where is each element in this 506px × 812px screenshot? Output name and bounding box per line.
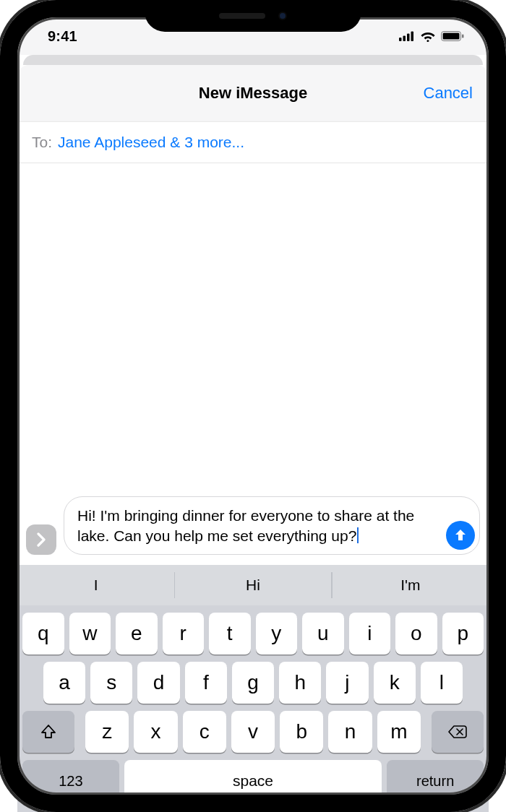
key-r[interactable]: r bbox=[163, 613, 205, 655]
predictive-bar: I Hi I'm bbox=[17, 565, 489, 605]
key-d[interactable]: d bbox=[137, 662, 179, 704]
svg-rect-0 bbox=[399, 38, 402, 41]
key-i[interactable]: i bbox=[349, 613, 391, 655]
key-q[interactable]: q bbox=[22, 613, 64, 655]
svg-rect-6 bbox=[462, 35, 464, 38]
backspace-key[interactable] bbox=[432, 711, 484, 753]
shift-key[interactable] bbox=[22, 711, 74, 753]
backspace-icon bbox=[447, 724, 468, 740]
key-h[interactable]: h bbox=[279, 662, 321, 704]
status-time: 9:41 bbox=[48, 28, 77, 45]
send-button[interactable] bbox=[446, 521, 475, 550]
prediction-1[interactable]: I bbox=[17, 572, 174, 598]
wifi-icon bbox=[420, 30, 436, 42]
arrow-up-icon bbox=[453, 527, 468, 543]
key-p[interactable]: p bbox=[442, 613, 484, 655]
key-row-2: a s d f g h j k l bbox=[17, 655, 489, 704]
svg-rect-1 bbox=[403, 36, 406, 42]
notch bbox=[145, 0, 361, 32]
key-b[interactable]: b bbox=[280, 711, 323, 753]
to-recipients[interactable]: Jane Appleseed & 3 more... bbox=[58, 134, 244, 151]
key-m[interactable]: m bbox=[377, 711, 421, 753]
key-row-4: 123 space return bbox=[17, 753, 489, 812]
key-y[interactable]: y bbox=[256, 613, 298, 655]
key-w[interactable]: w bbox=[69, 613, 111, 655]
key-e[interactable]: e bbox=[116, 613, 158, 655]
key-k[interactable]: k bbox=[374, 662, 416, 704]
key-row-1: q w e r t y u i o p bbox=[17, 605, 489, 655]
apps-expand-button[interactable] bbox=[26, 524, 56, 555]
status-icons bbox=[399, 30, 464, 42]
message-text: Hi! I'm bringing dinner for everyone to … bbox=[77, 507, 414, 543]
key-c[interactable]: c bbox=[183, 711, 226, 753]
to-field[interactable]: To: Jane Appleseed & 3 more... bbox=[17, 121, 489, 163]
to-label: To: bbox=[32, 134, 52, 151]
key-n[interactable]: n bbox=[328, 711, 372, 753]
return-key[interactable]: return bbox=[387, 760, 484, 802]
sheet-backdrop bbox=[23, 55, 483, 65]
navbar: New iMessage Cancel bbox=[17, 65, 489, 121]
key-l[interactable]: l bbox=[421, 662, 463, 704]
page-title: New iMessage bbox=[199, 84, 307, 103]
keyboard: I Hi I'm q w e r t y u i o p a bbox=[17, 565, 489, 812]
text-cursor bbox=[357, 527, 359, 543]
key-u[interactable]: u bbox=[302, 613, 344, 655]
svg-rect-5 bbox=[443, 33, 460, 40]
svg-rect-2 bbox=[407, 34, 410, 42]
conversation-area: Hi! I'm bringing dinner for everyone to … bbox=[17, 163, 489, 565]
battery-icon bbox=[441, 31, 464, 41]
message-input[interactable]: Hi! I'm bringing dinner for everyone to … bbox=[64, 496, 480, 555]
key-f[interactable]: f bbox=[185, 662, 227, 704]
space-key[interactable]: space bbox=[124, 760, 382, 802]
key-row-3: z x c v b n m bbox=[17, 704, 489, 753]
key-t[interactable]: t bbox=[209, 613, 251, 655]
svg-rect-3 bbox=[411, 32, 414, 42]
compose-row: Hi! I'm bringing dinner for everyone to … bbox=[17, 489, 489, 565]
key-j[interactable]: j bbox=[326, 662, 368, 704]
key-x[interactable]: x bbox=[134, 711, 177, 753]
numbers-key[interactable]: 123 bbox=[22, 760, 119, 802]
prediction-3[interactable]: I'm bbox=[332, 572, 489, 598]
key-z[interactable]: z bbox=[85, 711, 129, 753]
chevron-right-icon bbox=[35, 532, 47, 547]
cancel-button[interactable]: Cancel bbox=[424, 84, 473, 103]
key-o[interactable]: o bbox=[395, 613, 437, 655]
key-s[interactable]: s bbox=[90, 662, 132, 704]
prediction-2[interactable]: Hi bbox=[174, 572, 331, 598]
key-v[interactable]: v bbox=[231, 711, 275, 753]
cellular-icon bbox=[399, 31, 415, 41]
key-g[interactable]: g bbox=[232, 662, 274, 704]
shift-icon bbox=[40, 723, 57, 740]
key-a[interactable]: a bbox=[43, 662, 85, 704]
